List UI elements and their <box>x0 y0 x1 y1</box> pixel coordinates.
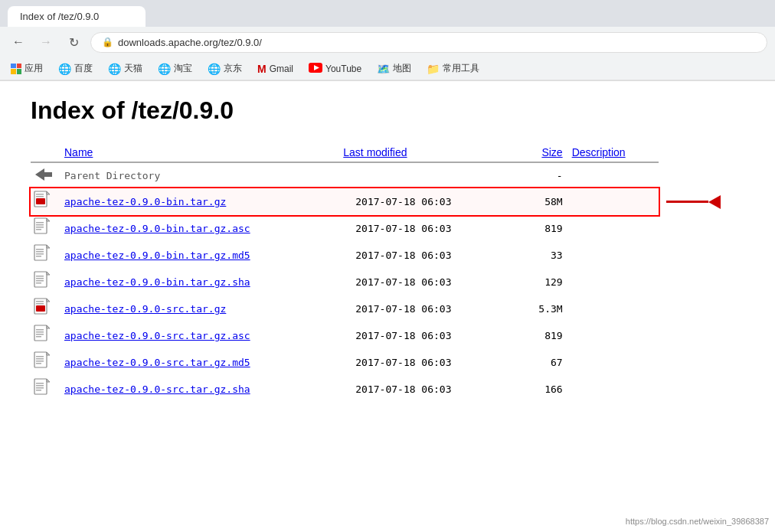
svg-marker-44 <box>47 379 50 382</box>
file-modified-cell: 2017-07-18 06:03 <box>340 349 508 376</box>
svg-rect-6 <box>36 194 44 195</box>
file-icon-cell <box>31 322 61 349</box>
file-modified-cell <box>340 162 508 188</box>
svg-marker-38 <box>47 352 50 355</box>
file-modified-cell: 2017-07-18 06:03 <box>340 188 508 215</box>
th-last-modified[interactable]: Last modified <box>340 143 508 162</box>
table-row: apache-tez-0.9.0-bin.tar.gz2017-07-18 06… <box>31 188 659 215</box>
svg-rect-18 <box>36 253 44 255</box>
th-last-modified-label: Last modified <box>343 146 407 158</box>
forward-button[interactable]: → <box>35 31 57 53</box>
bookmark-apps[interactable]: 应用 <box>8 60 46 77</box>
file-description-cell <box>569 215 659 242</box>
svg-rect-39 <box>36 356 44 357</box>
bookmark-tmall[interactable]: 🌐 天猫 <box>105 60 146 77</box>
file-description-cell <box>569 295 659 322</box>
svg-marker-27 <box>47 299 50 302</box>
svg-rect-46 <box>36 385 44 387</box>
table-row: apache-tez-0.9.0-bin.tar.gz.asc2017-07-1… <box>31 215 659 242</box>
youtube-icon <box>309 63 322 75</box>
svg-marker-2 <box>35 168 52 181</box>
jd-icon: 🌐 <box>208 63 221 75</box>
refresh-button[interactable]: ↻ <box>63 31 84 53</box>
file-description-cell <box>569 376 659 403</box>
file-name-cell[interactable]: apache-tez-0.9.0-bin.tar.gz.asc <box>61 215 340 242</box>
tab-bar: Index of /tez/0.9.0 <box>0 0 775 27</box>
svg-marker-9 <box>47 218 50 221</box>
file-name-cell[interactable]: apache-tez-0.9.0-bin.tar.gz.md5 <box>61 242 340 269</box>
svg-rect-19 <box>36 256 41 257</box>
tab-title: Index of /tez/0.9.0 <box>20 11 99 22</box>
bookmark-maps[interactable]: 🗺️ 地图 <box>374 60 414 77</box>
svg-rect-8 <box>34 218 47 233</box>
file-modified-cell: 2017-07-18 06:03 <box>340 269 508 295</box>
table-row: apache-tez-0.9.0-src.tar.gz.asc2017-07-1… <box>31 322 659 349</box>
file-name-cell[interactable]: apache-tez-0.9.0-src.tar.gz.asc <box>61 322 340 349</box>
file-modified-cell: 2017-07-18 06:03 <box>340 322 508 349</box>
svg-rect-33 <box>36 329 44 331</box>
url-text: downloads.apache.org/tez/0.9.0/ <box>118 37 262 48</box>
th-size[interactable]: Size <box>508 143 569 162</box>
page-content: Index of /tez/0.9.0 Name Last modified S… <box>0 81 689 420</box>
th-name-label: Name <box>64 146 93 158</box>
file-link[interactable]: apache-tez-0.9.0-bin.tar.gz.md5 <box>64 250 250 261</box>
file-link[interactable]: apache-tez-0.9.0-src.tar.gz.md5 <box>64 357 250 368</box>
th-name[interactable]: Name <box>61 143 340 162</box>
bookmark-baidu[interactable]: 🌐 百度 <box>55 60 96 77</box>
bookmark-taobao-label: 淘宝 <box>174 62 192 75</box>
tools-icon: 📁 <box>427 63 440 75</box>
table-container: Name Last modified Size Description <box>31 143 659 403</box>
file-size-cell: 5.3M <box>508 295 569 322</box>
bookmark-tools[interactable]: 📁 常用工具 <box>423 60 482 77</box>
browser-tab[interactable]: Index of /tez/0.9.0 <box>8 6 146 27</box>
svg-rect-5 <box>36 198 45 204</box>
bookmark-tools-label: 常用工具 <box>443 62 479 75</box>
bookmark-gmail[interactable]: M Gmail <box>254 61 296 77</box>
address-bar[interactable]: 🔒 downloads.apache.org/tez/0.9.0/ <box>90 32 767 53</box>
file-link[interactable]: apache-tez-0.9.0-bin.tar.gz <box>64 196 226 207</box>
svg-rect-14 <box>34 245 47 260</box>
svg-rect-45 <box>36 383 44 384</box>
file-size-cell: 58M <box>508 188 569 215</box>
page-title: Index of /tez/0.9.0 <box>31 96 659 125</box>
file-icon-cell <box>31 188 61 215</box>
file-description-cell <box>569 349 659 376</box>
file-name-cell[interactable]: apache-tez-0.9.0-src.tar.gz.sha <box>61 376 340 403</box>
file-size-cell: 33 <box>508 242 569 269</box>
file-icon-cell <box>31 349 61 376</box>
svg-rect-36 <box>36 336 41 338</box>
file-size-cell: - <box>508 162 569 188</box>
file-link[interactable]: apache-tez-0.9.0-bin.tar.gz.asc <box>64 223 250 234</box>
svg-rect-40 <box>36 358 44 360</box>
file-name-cell[interactable]: apache-tez-0.9.0-src.tar.gz.md5 <box>61 349 340 376</box>
gmail-icon: M <box>257 63 267 75</box>
bookmark-youtube[interactable]: YouTube <box>306 61 365 77</box>
bookmark-taobao[interactable]: 🌐 淘宝 <box>155 60 195 77</box>
bookmark-gmail-label: Gmail <box>270 64 293 74</box>
back-button[interactable]: ← <box>8 31 29 53</box>
file-name-cell[interactable]: apache-tez-0.9.0-bin.tar.gz <box>61 188 340 215</box>
file-name-cell[interactable]: apache-tez-0.9.0-src.tar.gz <box>61 295 340 322</box>
table-row: apache-tez-0.9.0-src.tar.gz2017-07-18 06… <box>31 295 659 322</box>
file-description-cell <box>569 242 659 269</box>
svg-rect-34 <box>36 331 44 333</box>
file-link[interactable]: apache-tez-0.9.0-bin.tar.gz.sha <box>64 276 250 288</box>
svg-marker-15 <box>47 245 50 248</box>
svg-rect-43 <box>34 379 47 394</box>
doc-icon <box>34 378 51 398</box>
svg-marker-32 <box>47 325 50 328</box>
bookmark-jd[interactable]: 🌐 京东 <box>204 60 245 77</box>
th-icon <box>31 143 61 162</box>
parent-dir-icon <box>34 165 55 184</box>
svg-rect-30 <box>36 303 44 305</box>
svg-rect-22 <box>36 276 44 277</box>
file-modified-cell: 2017-07-18 06:03 <box>340 295 508 322</box>
file-link[interactable]: apache-tez-0.9.0-src.tar.gz <box>64 303 226 315</box>
file-link[interactable]: apache-tez-0.9.0-src.tar.gz.sha <box>64 383 250 395</box>
file-icon-cell <box>31 242 61 269</box>
arrow-head <box>708 195 721 209</box>
lock-icon: 🔒 <box>102 37 113 47</box>
file-modified-cell: 2017-07-18 06:03 <box>340 215 508 242</box>
file-link[interactable]: apache-tez-0.9.0-src.tar.gz.asc <box>64 330 250 341</box>
file-name-cell[interactable]: apache-tez-0.9.0-bin.tar.gz.sha <box>61 269 340 295</box>
